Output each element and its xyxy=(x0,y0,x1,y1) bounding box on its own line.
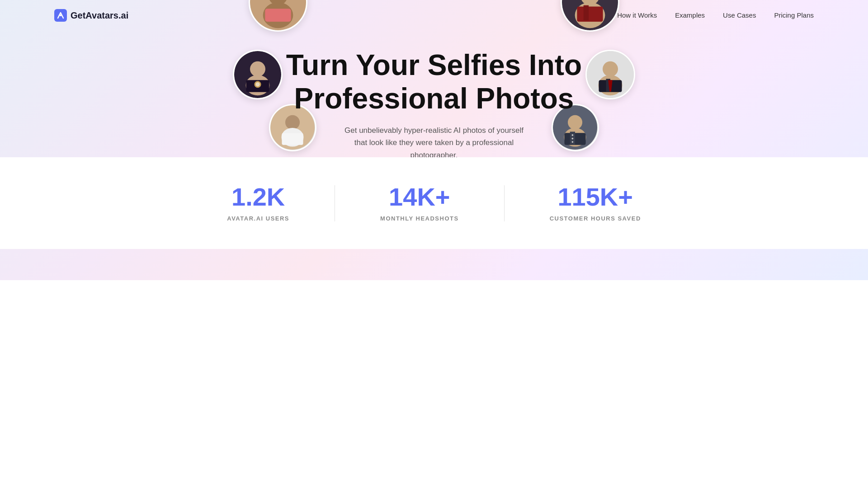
hero-title: Turn Your Selfies Into Professional Phot… xyxy=(286,49,582,115)
nav-links: How it Works Examples Use Cases Pricing … xyxy=(617,11,814,19)
logo-icon xyxy=(54,9,67,22)
logo-text: GetAvatars.ai xyxy=(71,10,128,21)
nav-use-cases[interactable]: Use Cases xyxy=(723,11,756,19)
stat-headshots: 14K+ MONTHLY HEADSHOTS xyxy=(335,184,504,222)
svg-point-10 xyxy=(250,61,265,76)
stat-headshots-label: MONTHLY HEADSHOTS xyxy=(380,215,459,222)
stat-users-label: AVATAR.AI USERS xyxy=(227,215,289,222)
stat-users: 1.2K AVATAR.AI USERS xyxy=(182,184,335,222)
navbar: GetAvatars.ai How it Works Examples Use … xyxy=(0,0,868,31)
svg-point-1 xyxy=(60,14,61,16)
nav-pricing[interactable]: Pricing Plans xyxy=(774,11,814,19)
logo[interactable]: GetAvatars.ai xyxy=(54,9,128,22)
hero-section: Turn Your Selfies Into Professional Phot… xyxy=(0,31,868,76)
hero-subtitle: Get unbelievably hyper-realistic AI phot… xyxy=(339,124,529,161)
stat-hours: 115K+ CUSTOMER HOURS SAVED xyxy=(505,184,686,222)
stat-users-value: 1.2K xyxy=(231,184,285,210)
stat-hours-value: 115K+ xyxy=(557,184,633,210)
avatar-left-mid xyxy=(233,50,283,99)
nav-how-it-works[interactable]: How it Works xyxy=(617,11,657,19)
stats-section: 1.2K AVATAR.AI USERS 14K+ MONTHLY HEADSH… xyxy=(0,157,868,249)
stat-hours-label: CUSTOMER HOURS SAVED xyxy=(550,215,641,222)
nav-examples[interactable]: Examples xyxy=(675,11,705,19)
svg-point-14 xyxy=(255,82,259,86)
avatar-right-mid xyxy=(585,50,635,99)
stat-headshots-value: 14K+ xyxy=(389,184,450,210)
svg-point-28 xyxy=(603,61,618,76)
